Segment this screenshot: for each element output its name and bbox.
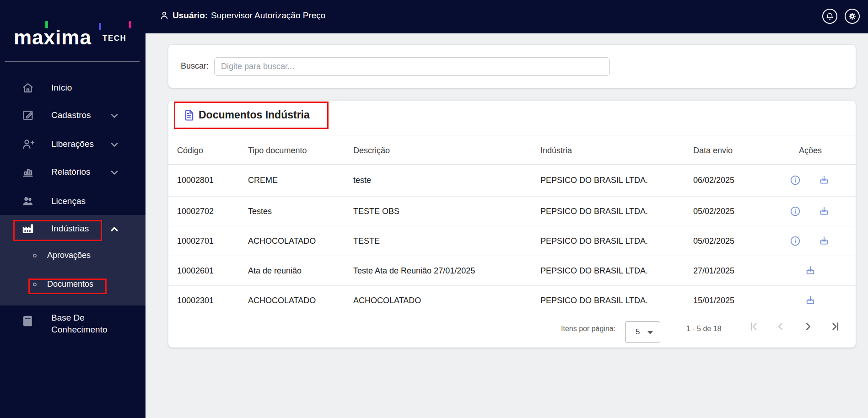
cell-data-envio: 27/01/2025 (693, 266, 734, 275)
bar-chart-icon (21, 165, 35, 179)
column-header-tipo-documento: Tipo documento (248, 146, 307, 155)
cell-codigo: 10002701 (177, 236, 214, 246)
cell-tipo-documento: ACHOCOLATADO (248, 296, 316, 305)
sidebar-subitem-label: Aprovações (47, 251, 91, 260)
sidebar-subitem-documentos[interactable]: Documentos (0, 279, 146, 291)
items-per-page-label: Itens por página: (561, 325, 615, 333)
user-info: Usuário: Supervisor Autorização Preço (159, 11, 325, 21)
cell-industria: PEPSICO DO BRASIL LTDA. (540, 206, 648, 216)
sidebar-item-label: Relatórios (51, 167, 91, 177)
cell-descricao: ACHOCOLATADO (353, 296, 421, 305)
book-icon (21, 314, 35, 328)
cell-tipo-documento: Ata de reunião (248, 266, 302, 275)
sidebar-item-label: Liberações (51, 139, 94, 149)
sidebar-subitem-label: Documentos (47, 279, 93, 289)
column-header-descricao: Descrição (353, 146, 390, 155)
cell-industria: PEPSICO DO BRASIL LTDA. (540, 296, 648, 305)
divider (168, 135, 856, 135)
logo-green-tick (45, 21, 48, 28)
bell-icon (825, 12, 834, 21)
gear-icon (848, 12, 857, 21)
next-page-icon[interactable] (802, 321, 814, 332)
sidebar-item-label: Indústrias (51, 224, 89, 234)
home-icon (21, 81, 35, 95)
sidebar-item-relatorios[interactable]: Relatórios (0, 164, 146, 180)
chevron-down-icon (108, 166, 121, 179)
user-icon (159, 11, 169, 21)
sidebar-item-industrias[interactable]: Indústrias (0, 220, 146, 237)
edit-square-icon (21, 108, 35, 122)
document-icon (183, 108, 195, 122)
sidebar-item-liberacoes[interactable]: Liberações (0, 136, 146, 152)
sidebar-subitem-aprovacoes[interactable]: Aprovações (0, 250, 146, 263)
table-row: 10002701 ACHOCOLATADO TESTE PEPSICO DO B… (168, 226, 856, 256)
info-icon[interactable] (789, 235, 801, 247)
download-icon[interactable] (818, 205, 830, 217)
sidebar-item-base-de-conhecimento[interactable]: Base De Conhecimento (0, 309, 146, 334)
sidebar-item-inicio[interactable]: Início (0, 80, 146, 96)
cell-descricao: TESTE OBS (353, 206, 399, 216)
cell-industria: PEPSICO DO BRASIL LTDA. (540, 236, 648, 246)
search-label: Buscar: (181, 61, 209, 71)
table-row: 10002601 Ata de reunião Teste Ata de Reu… (168, 256, 856, 285)
cell-data-envio: 15/01/2025 (693, 296, 734, 305)
sidebar: maxima TECH Início Cadastros (0, 0, 146, 418)
previous-page-icon[interactable] (775, 321, 787, 332)
table-row: 10002301 ACHOCOLATADO ACHOCOLATADO PEPSI… (168, 285, 856, 316)
pagination-bar: Itens por página: 5 1 - 5 de 18 (168, 316, 856, 348)
cell-codigo: 10002702 (177, 206, 214, 216)
cell-data-envio: 05/02/2025 (693, 206, 734, 216)
download-icon[interactable] (804, 265, 816, 277)
sidebar-divider (5, 61, 140, 62)
last-page-icon[interactable] (830, 321, 841, 332)
documents-table-card: Documentos Indústria Código Tipo documen… (168, 101, 856, 348)
people-icon (21, 194, 35, 208)
chevron-down-icon (108, 138, 121, 151)
table-row: 10002702 Testes TESTE OBS PEPSICO DO BRA… (168, 196, 856, 226)
cell-descricao: Teste Ata de Reunião 27/01/2025 (353, 266, 475, 275)
app-window: « Usuário: Supervisor Autorização Preço (0, 0, 868, 418)
column-header-codigo: Código (177, 146, 203, 155)
sidebar-item-label: Cadastros (51, 110, 91, 120)
search-input[interactable] (214, 57, 610, 76)
sidebar-item-label: Início (51, 83, 72, 93)
cell-codigo: 10002301 (177, 296, 214, 305)
chevron-up-icon (108, 223, 121, 236)
download-icon[interactable] (818, 174, 830, 186)
brand-name-suffix: TECH (102, 34, 126, 43)
settings-button[interactable] (845, 9, 860, 24)
cell-tipo-documento: ACHOCOLATADO (248, 236, 316, 246)
table-row: 10002801 CREME teste PEPSICO DO BRASIL L… (168, 164, 856, 196)
column-header-industria: Indústria (540, 146, 572, 155)
table-title: Documentos Indústria (199, 109, 310, 121)
sidebar-item-label: Licenças (51, 196, 86, 206)
column-header-acoes: Ações (799, 146, 822, 155)
pagination-range: 1 - 5 de 18 (686, 325, 722, 333)
info-icon[interactable] (789, 205, 801, 217)
bullet-icon (33, 283, 37, 286)
items-per-page-value: 5 (636, 327, 640, 337)
bullet-icon (33, 254, 37, 257)
download-icon[interactable] (804, 295, 816, 306)
notifications-button[interactable] (822, 9, 837, 24)
user-name: Supervisor Autorização Preço (211, 11, 325, 21)
cell-descricao: TESTE (353, 236, 380, 246)
brand-name: maxima (14, 27, 92, 48)
search-card: Buscar: (168, 45, 856, 88)
first-page-icon[interactable] (748, 321, 760, 332)
chevron-down-icon (108, 109, 121, 122)
sidebar-item-label: Base De Conhecimento (51, 312, 129, 336)
cell-tipo-documento: Testes (248, 206, 272, 216)
download-icon[interactable] (818, 235, 830, 247)
sidebar-item-licencas[interactable]: Licenças (0, 193, 146, 209)
sidebar-item-cadastros[interactable]: Cadastros (0, 107, 146, 123)
column-header-data-envio: Data envio (693, 146, 733, 155)
brand-logo: maxima TECH (0, 0, 146, 62)
cell-tipo-documento: CREME (248, 176, 278, 185)
person-add-icon (21, 137, 35, 151)
info-icon[interactable] (789, 174, 801, 186)
logo-pink-tick (129, 21, 131, 28)
user-label: Usuário: (173, 11, 208, 21)
factory-icon (21, 222, 35, 236)
items-per-page-select[interactable]: 5 (625, 321, 660, 343)
